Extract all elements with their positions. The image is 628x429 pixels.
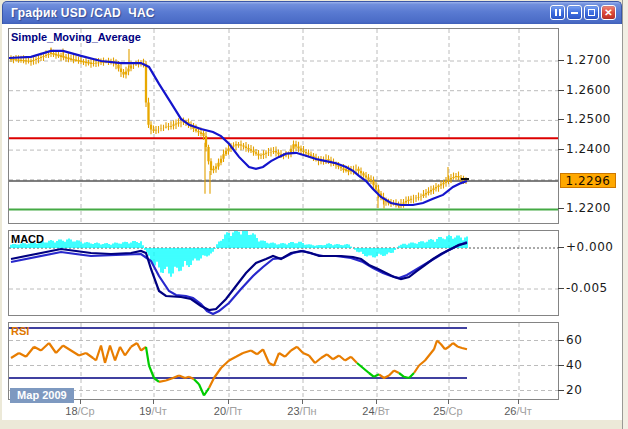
x-axis-weekday: /Вт: [375, 405, 390, 417]
price-axis-label: 1.2700: [566, 53, 611, 67]
x-axis-date: 26: [504, 405, 516, 417]
macd-indicator-label: MACD: [11, 233, 44, 245]
price-axis-tick: [558, 119, 564, 120]
x-axis-tick: [518, 399, 519, 404]
x-axis-label: 20/Пт: [214, 405, 242, 417]
x-axis-weekday: /Ср: [446, 405, 463, 417]
x-axis-date: 25: [433, 405, 445, 417]
month-label: Мар 2009: [10, 388, 74, 403]
macd-axis-tick: [558, 288, 564, 289]
price-chart-panel[interactable]: [8, 28, 559, 224]
x-axis-label: 25/Ср: [433, 405, 462, 417]
x-axis-tick: [153, 399, 154, 404]
x-axis-date: 24: [362, 405, 374, 417]
close-icon: ✕: [602, 6, 615, 19]
macd-panel[interactable]: [8, 230, 559, 316]
macd-axis-tick: [558, 247, 564, 248]
price-axis-tick: [558, 60, 564, 61]
price-chart-svg: [9, 29, 558, 223]
macd-axis-label: -0.005: [566, 281, 608, 295]
x-axis-weekday: /Пт: [226, 405, 242, 417]
x-axis-weekday: /Пн: [300, 405, 317, 417]
price-axis-label: 1.2600: [566, 83, 611, 97]
x-axis-label: 23/Пн: [287, 405, 316, 417]
x-axis-weekday: /Чт: [516, 405, 531, 417]
price-axis-tick: [558, 90, 564, 91]
rsi-axis-label: 60: [566, 333, 582, 347]
app-window: { "window": { "title": "График USD /CAD …: [0, 0, 628, 429]
x-axis-tick: [80, 399, 81, 404]
x-axis-date: 19: [139, 405, 151, 417]
x-axis-weekday: /Чт: [151, 405, 166, 417]
close-button[interactable]: ✕: [601, 5, 616, 20]
background-strip: [623, 0, 628, 429]
rsi-indicator-label: RSI: [11, 325, 29, 337]
window-controls: ✕: [550, 5, 616, 20]
x-axis-label: 18/Ср: [65, 405, 94, 417]
price-axis-tick: [558, 149, 564, 150]
macd-axis-label: +0.000: [566, 240, 613, 254]
x-axis-tick: [302, 399, 303, 404]
x-axis-label: 26/Чт: [504, 405, 532, 417]
x-axis-tick: [376, 399, 377, 404]
minimize-button[interactable]: [567, 5, 582, 20]
x-axis-date: 18: [65, 405, 77, 417]
maximize-button[interactable]: [584, 5, 599, 20]
rsi-panel[interactable]: [8, 322, 559, 400]
price-axis-tick: [558, 208, 564, 209]
pause-button[interactable]: [550, 5, 565, 20]
price-axis-label: 1.2400: [566, 142, 611, 156]
x-axis-label: 24/Вт: [362, 405, 389, 417]
title-bar[interactable]: График USD /CAD ЧАС ✕: [2, 1, 622, 24]
rsi-axis-tick: [558, 390, 564, 391]
rsi-axis-tick: [558, 340, 564, 341]
rsi-axis-label: 20: [566, 383, 582, 397]
x-axis-tick: [448, 399, 449, 404]
rsi-axis-tick: [558, 365, 564, 366]
rsi-axis-label: 40: [566, 358, 582, 372]
rsi-chart-svg: [9, 323, 558, 399]
x-axis-label: 19/Чт: [139, 405, 167, 417]
price-axis-label: 1.2200: [566, 201, 611, 215]
x-axis-date: 23: [287, 405, 299, 417]
current-price-tag: 1.2296: [560, 173, 616, 188]
price-axis-label: 1.2500: [566, 112, 611, 126]
macd-chart-svg: [9, 231, 558, 315]
sma-indicator-label: Simple_Moving_Average: [11, 31, 141, 43]
x-axis-weekday: /Ср: [78, 405, 95, 417]
x-axis-date: 20: [214, 405, 226, 417]
window-title: График USD /CAD ЧАС: [11, 6, 155, 20]
x-axis-tick: [228, 399, 229, 404]
